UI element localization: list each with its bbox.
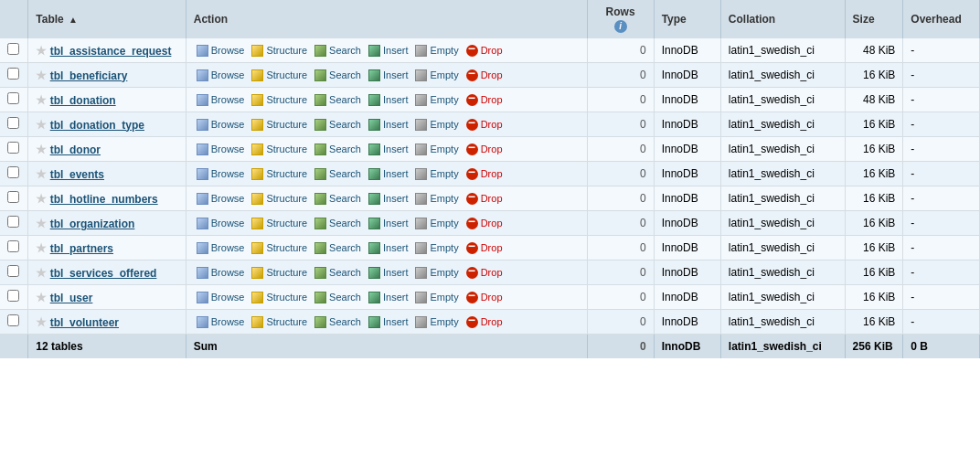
insert-button[interactable]: Insert (366, 167, 411, 181)
browse-button[interactable]: Browse (194, 93, 248, 107)
insert-button[interactable]: Insert (366, 192, 411, 206)
drop-button[interactable]: Drop (463, 315, 506, 329)
search-button[interactable]: Search (312, 192, 364, 206)
row-checkbox[interactable] (7, 216, 19, 228)
empty-button[interactable]: Empty (412, 93, 461, 107)
table-name-link[interactable]: tbl_assistance_request (50, 45, 172, 58)
table-name-link[interactable]: tbl_user (50, 292, 93, 304)
favorite-star-icon[interactable]: ★ (36, 241, 47, 255)
row-checkbox[interactable] (7, 265, 19, 277)
insert-button[interactable]: Insert (366, 93, 411, 107)
row-checkbox[interactable] (7, 92, 19, 104)
favorite-star-icon[interactable]: ★ (36, 291, 47, 304)
table-name-link[interactable]: tbl_hotline_numbers (50, 193, 158, 206)
col-table-header[interactable]: Table ▲ (28, 0, 186, 38)
search-button[interactable]: Search (312, 44, 364, 58)
drop-button[interactable]: Drop (463, 167, 506, 181)
table-name-link[interactable]: tbl_beneficiary (50, 69, 128, 82)
favorite-star-icon[interactable]: ★ (36, 266, 47, 280)
drop-button[interactable]: Drop (463, 143, 506, 156)
insert-button[interactable]: Insert (366, 241, 411, 255)
table-name-link[interactable]: tbl_partners (50, 242, 113, 255)
structure-button[interactable]: Structure (249, 192, 310, 206)
row-checkbox[interactable] (7, 290, 19, 302)
empty-button[interactable]: Empty (412, 315, 461, 329)
drop-button[interactable]: Drop (463, 217, 506, 230)
drop-button[interactable]: Drop (463, 266, 506, 280)
table-name-link[interactable]: tbl_donation_type (50, 119, 144, 132)
favorite-star-icon[interactable]: ★ (36, 44, 47, 58)
browse-button[interactable]: Browse (194, 143, 248, 156)
favorite-star-icon[interactable]: ★ (36, 143, 47, 156)
structure-button[interactable]: Structure (249, 315, 310, 329)
empty-button[interactable]: Empty (412, 192, 461, 206)
drop-button[interactable]: Drop (463, 69, 506, 82)
browse-button[interactable]: Browse (194, 315, 248, 329)
empty-button[interactable]: Empty (412, 291, 461, 304)
structure-button[interactable]: Structure (249, 266, 310, 280)
search-button[interactable]: Search (312, 241, 364, 255)
empty-button[interactable]: Empty (412, 143, 461, 156)
favorite-star-icon[interactable]: ★ (36, 93, 47, 107)
structure-button[interactable]: Structure (249, 241, 310, 255)
browse-button[interactable]: Browse (194, 44, 248, 58)
row-checkbox[interactable] (7, 240, 19, 252)
insert-button[interactable]: Insert (366, 44, 411, 58)
row-checkbox[interactable] (7, 117, 19, 129)
structure-button[interactable]: Structure (249, 217, 310, 230)
favorite-star-icon[interactable]: ★ (36, 217, 47, 230)
browse-button[interactable]: Browse (194, 167, 248, 181)
table-name-link[interactable]: tbl_services_offered (50, 267, 157, 280)
drop-button[interactable]: Drop (463, 192, 506, 206)
drop-button[interactable]: Drop (463, 118, 506, 132)
table-name-link[interactable]: tbl_volunteer (50, 316, 119, 329)
browse-button[interactable]: Browse (194, 266, 248, 280)
empty-button[interactable]: Empty (412, 44, 461, 58)
row-checkbox[interactable] (7, 68, 19, 80)
row-checkbox[interactable] (7, 191, 19, 203)
insert-button[interactable]: Insert (366, 118, 411, 132)
table-name-link[interactable]: tbl_events (50, 168, 104, 181)
insert-button[interactable]: Insert (366, 217, 411, 230)
structure-button[interactable]: Structure (249, 167, 310, 181)
browse-button[interactable]: Browse (194, 69, 248, 82)
structure-button[interactable]: Structure (249, 44, 310, 58)
table-name-link[interactable]: tbl_donor (50, 144, 101, 156)
row-checkbox[interactable] (7, 166, 19, 178)
empty-button[interactable]: Empty (412, 167, 461, 181)
drop-button[interactable]: Drop (463, 291, 506, 304)
table-name-link[interactable]: tbl_organization (50, 218, 135, 230)
search-button[interactable]: Search (312, 118, 364, 132)
search-button[interactable]: Search (312, 69, 364, 82)
insert-button[interactable]: Insert (366, 143, 411, 156)
browse-button[interactable]: Browse (194, 192, 248, 206)
favorite-star-icon[interactable]: ★ (36, 167, 47, 181)
drop-button[interactable]: Drop (463, 44, 506, 58)
search-button[interactable]: Search (312, 266, 364, 280)
drop-button[interactable]: Drop (463, 241, 506, 255)
insert-button[interactable]: Insert (366, 266, 411, 280)
row-checkbox[interactable] (7, 43, 19, 55)
favorite-star-icon[interactable]: ★ (36, 192, 47, 206)
insert-button[interactable]: Insert (366, 291, 411, 304)
structure-button[interactable]: Structure (249, 143, 310, 156)
favorite-star-icon[interactable]: ★ (36, 118, 47, 132)
search-button[interactable]: Search (312, 315, 364, 329)
empty-button[interactable]: Empty (412, 241, 461, 255)
search-button[interactable]: Search (312, 167, 364, 181)
empty-button[interactable]: Empty (412, 118, 461, 132)
empty-button[interactable]: Empty (412, 266, 461, 280)
row-checkbox[interactable] (7, 142, 19, 154)
empty-button[interactable]: Empty (412, 217, 461, 230)
favorite-star-icon[interactable]: ★ (36, 69, 47, 82)
search-button[interactable]: Search (312, 217, 364, 230)
structure-button[interactable]: Structure (249, 69, 310, 82)
search-button[interactable]: Search (312, 143, 364, 156)
favorite-star-icon[interactable]: ★ (36, 315, 47, 329)
empty-button[interactable]: Empty (412, 69, 461, 82)
structure-button[interactable]: Structure (249, 291, 310, 304)
table-name-link[interactable]: tbl_donation (50, 94, 116, 107)
drop-button[interactable]: Drop (463, 93, 506, 107)
row-checkbox[interactable] (7, 314, 19, 326)
structure-button[interactable]: Structure (249, 93, 310, 107)
